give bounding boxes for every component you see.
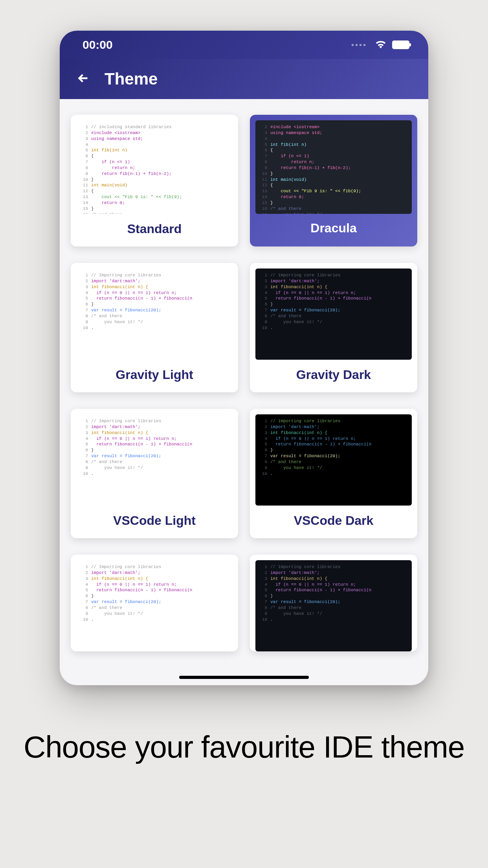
status-icons xyxy=(352,40,409,50)
theme-card-vscode-light[interactable]: 1// Importing core libraries 2import 'da… xyxy=(71,409,238,538)
theme-card-standard[interactable]: 1// including standard libraries 2#inclu… xyxy=(71,115,238,246)
theme-card-partial-7[interactable]: 1// Importing core libraries 2import 'da… xyxy=(71,555,238,651)
back-arrow-icon[interactable] xyxy=(76,71,90,87)
theme-grid: 1// including standard libraries 2#inclu… xyxy=(71,115,417,651)
page-title: Theme xyxy=(105,70,158,88)
code-preview: 1// Importing core libraries 2import 'da… xyxy=(76,414,233,506)
code-preview: 1// Importing core libraries 2import 'da… xyxy=(255,414,412,506)
code-preview: 2#include <iostream> 3using namespace st… xyxy=(255,120,412,214)
home-indicator[interactable] xyxy=(179,676,309,679)
theme-card-gravity-dark[interactable]: 1// Importing core libraries 2import 'da… xyxy=(250,263,417,392)
theme-label: VSCode Light xyxy=(71,506,238,538)
theme-card-partial-8[interactable]: 1// Importing core libraries 2import 'da… xyxy=(250,555,417,651)
code-preview: 1// including standard libraries 2#inclu… xyxy=(76,120,233,214)
wifi-icon xyxy=(375,40,387,50)
theme-label: Dracula xyxy=(250,214,417,245)
theme-scroll-area[interactable]: 1// including standard libraries 2#inclu… xyxy=(60,99,428,685)
theme-card-vscode-dark[interactable]: 1// Importing core libraries 2import 'da… xyxy=(250,409,417,538)
battery-icon xyxy=(392,40,409,49)
theme-card-dracula[interactable]: 2#include <iostream> 3using namespace st… xyxy=(250,115,417,246)
marketing-caption: Choose your favourite IDE theme xyxy=(0,727,488,767)
theme-label: Gravity Dark xyxy=(250,360,417,392)
code-preview: 1// Importing core libraries 2import 'da… xyxy=(76,560,233,651)
code-preview: 1// Importing core libraries 2import 'da… xyxy=(255,560,412,651)
theme-label: VSCode Dark xyxy=(250,506,417,538)
theme-card-gravity-light[interactable]: 1// Importing core libraries 2import 'da… xyxy=(71,263,238,392)
code-preview: 1// Importing core libraries 2import 'da… xyxy=(76,268,233,360)
header-bar: Theme xyxy=(60,59,428,99)
theme-label: Standard xyxy=(71,214,238,246)
status-time: 00:00 xyxy=(83,38,113,51)
status-bar: 00:00 xyxy=(60,31,428,59)
theme-label: Gravity Light xyxy=(71,360,238,392)
code-preview: 1// Importing core libraries 2import 'da… xyxy=(255,268,412,360)
pager-dots xyxy=(352,44,365,46)
phone-frame: 00:00 Theme 1// including standard libra… xyxy=(60,31,428,685)
